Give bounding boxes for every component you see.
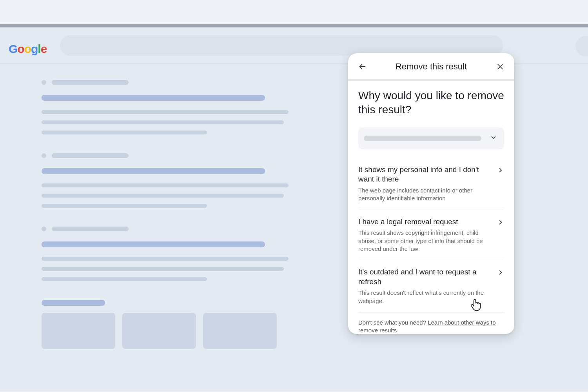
removal-reason-personal-info[interactable]: It shows my personal info and I don't wa…: [358, 158, 504, 210]
panel-title: Remove this result: [396, 62, 467, 72]
removal-reason-outdated[interactable]: It's outdated and I want to request a re…: [358, 260, 504, 312]
close-icon: [496, 63, 504, 71]
result-item: [42, 227, 298, 281]
back-button[interactable]: [357, 61, 368, 72]
chevron-right-icon: [497, 269, 504, 305]
search-results-skeleton: [0, 64, 298, 349]
option-desc: This result shows copyright infringement…: [358, 229, 492, 253]
chevron-down-icon: [490, 134, 497, 143]
chevron-right-icon: [497, 167, 504, 203]
account-avatar[interactable]: [575, 36, 588, 56]
window-chrome-divider: [0, 24, 588, 27]
remove-result-panel: Remove this result Why would you like to…: [348, 53, 514, 334]
arrow-left-icon: [358, 62, 367, 71]
option-title: It's outdated and I want to request a re…: [358, 267, 492, 287]
selected-result-placeholder: [364, 136, 481, 141]
option-desc: The web page includes contact info or ot…: [358, 187, 492, 203]
related-card[interactable]: [42, 313, 115, 349]
option-title: I have a legal removal request: [358, 217, 492, 227]
search-input[interactable]: [60, 35, 503, 56]
close-button[interactable]: [495, 61, 506, 72]
option-desc: This result doesn't reflect what's curre…: [358, 289, 492, 305]
google-logo[interactable]: Google: [9, 42, 47, 56]
panel-question: Why would you like to remove this result…: [358, 89, 504, 117]
chevron-right-icon: [497, 219, 504, 253]
panel-header: Remove this result: [348, 53, 514, 79]
removal-reason-legal[interactable]: I have a legal removal request This resu…: [358, 210, 504, 260]
panel-footer: Don't see what you need? Learn about oth…: [358, 312, 504, 334]
footer-lead-text: Don't see what you need?: [358, 319, 428, 326]
related-heading-skeleton: [42, 300, 105, 306]
selected-result-dropdown[interactable]: [358, 127, 504, 149]
related-cards-row: [42, 313, 298, 349]
result-item: [42, 80, 298, 134]
option-title: It shows my personal info and I don't wa…: [358, 165, 492, 184]
related-card[interactable]: [203, 313, 277, 349]
result-item: [42, 153, 298, 208]
related-card[interactable]: [122, 313, 196, 349]
search-results-page: Google: [0, 27, 588, 391]
